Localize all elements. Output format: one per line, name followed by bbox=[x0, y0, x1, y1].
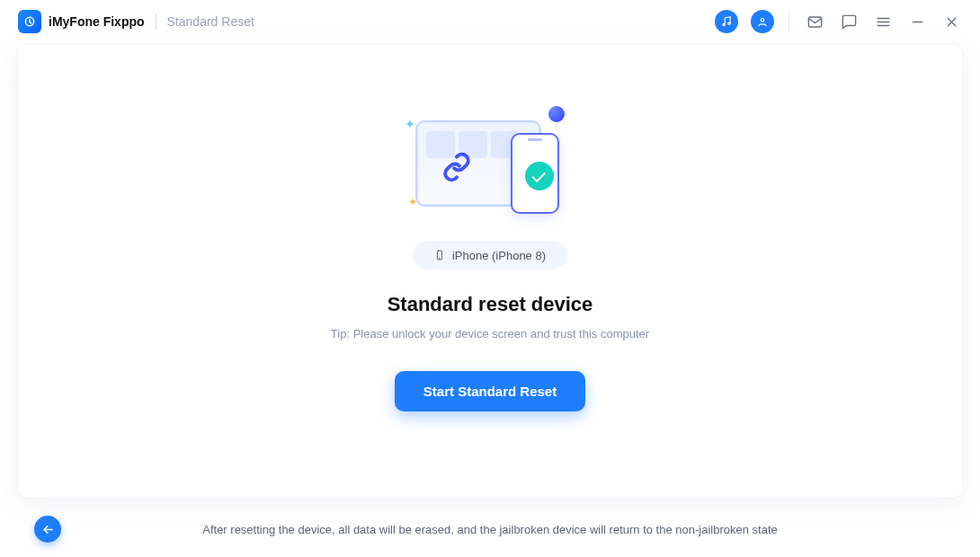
close-button[interactable] bbox=[940, 11, 962, 32]
menu-icon[interactable] bbox=[872, 11, 894, 32]
device-chip: iPhone (iPhone 8) bbox=[413, 241, 567, 270]
tip-text: Tip: Please unlock your device screen an… bbox=[331, 327, 649, 340]
footer-note: After resetting the device, all data wil… bbox=[202, 523, 778, 536]
start-reset-button[interactable]: Start Standard Reset bbox=[395, 371, 585, 411]
planet-icon bbox=[548, 106, 565, 122]
titlebar-separator bbox=[788, 13, 789, 31]
footer: After resetting the device, all data wil… bbox=[0, 501, 980, 557]
svg-point-1 bbox=[723, 23, 725, 25]
app-name: iMyFone Fixppo bbox=[49, 14, 145, 29]
titlebar: iMyFone Fixppo Standard Reset bbox=[0, 0, 980, 43]
svg-point-3 bbox=[761, 19, 764, 22]
titlebar-divider bbox=[156, 13, 156, 30]
mail-icon[interactable] bbox=[804, 11, 825, 32]
feedback-icon[interactable] bbox=[838, 11, 860, 32]
link-icon bbox=[441, 151, 473, 183]
app-logo bbox=[18, 10, 41, 33]
main-card: ✦ ✦ iPhone (iPhone 8) Standard reset dev… bbox=[18, 45, 962, 498]
connect-illustration: ✦ ✦ bbox=[396, 97, 584, 216]
check-icon bbox=[525, 162, 554, 190]
titlebar-right bbox=[715, 10, 962, 33]
titlebar-subtitle: Standard Reset bbox=[167, 14, 254, 29]
music-icon[interactable] bbox=[715, 10, 738, 33]
svg-point-2 bbox=[728, 22, 730, 24]
phone-outline-icon bbox=[434, 248, 445, 262]
sparkle-icon: ✦ bbox=[405, 117, 415, 131]
back-button[interactable] bbox=[34, 516, 61, 543]
minimize-button[interactable] bbox=[906, 11, 928, 32]
page-headline: Standard reset device bbox=[388, 293, 593, 316]
account-icon[interactable] bbox=[751, 10, 774, 33]
device-label: iPhone (iPhone 8) bbox=[452, 249, 546, 262]
